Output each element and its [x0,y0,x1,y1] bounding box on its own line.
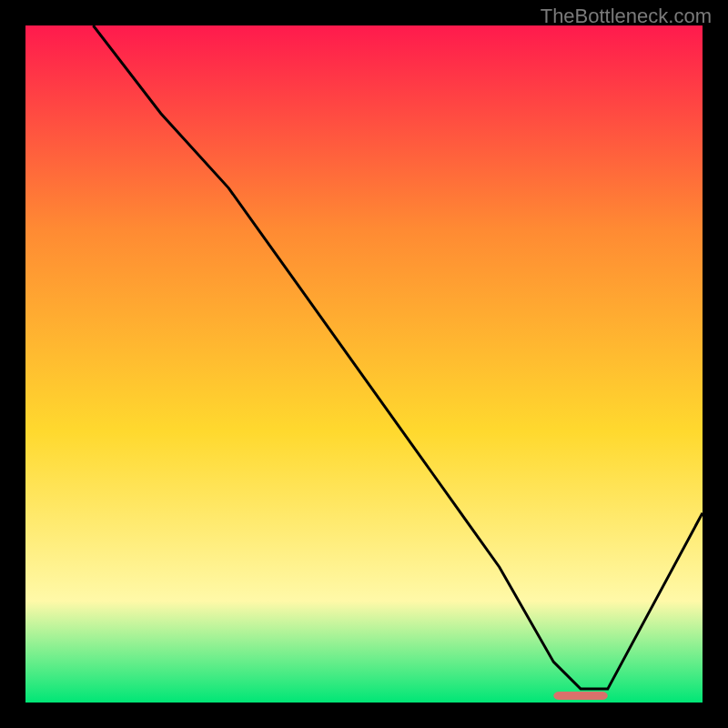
watermark-text: TheBottleneck.com [541,5,712,28]
chart-plot-area [25,25,703,703]
chart-background-gradient [25,25,703,703]
chart-svg [25,25,703,703]
optimal-range-marker [553,692,608,700]
